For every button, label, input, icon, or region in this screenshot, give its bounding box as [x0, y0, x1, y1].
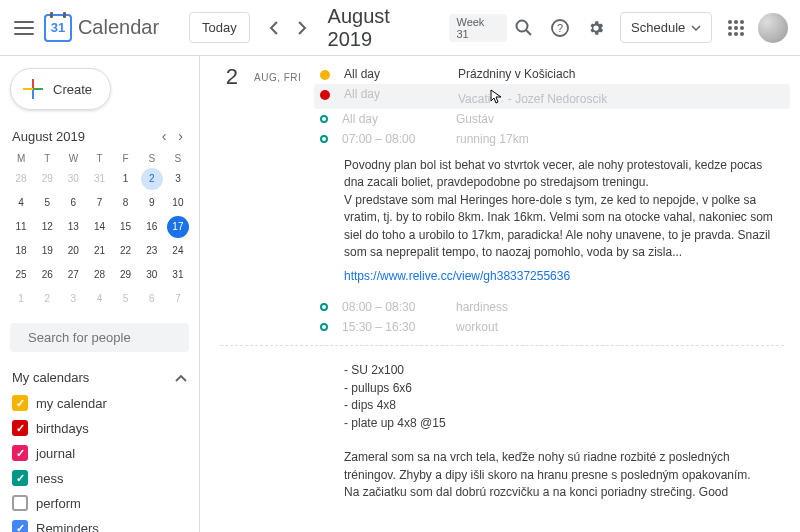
mini-day[interactable]: 15: [115, 216, 137, 238]
event-dot: [320, 323, 328, 331]
today-button[interactable]: Today: [189, 12, 250, 43]
mini-day[interactable]: 7: [167, 288, 189, 310]
mini-day[interactable]: 14: [88, 216, 110, 238]
mini-day[interactable]: 27: [62, 264, 84, 286]
event-link[interactable]: https://www.relive.cc/view/gh38337255636: [344, 269, 784, 283]
mini-day[interactable]: 9: [141, 192, 163, 214]
mini-day[interactable]: 24: [167, 240, 189, 262]
week-badge: Week 31: [449, 14, 506, 42]
mini-day[interactable]: 29: [115, 264, 137, 286]
prev-period-button[interactable]: [260, 14, 288, 42]
search-button[interactable]: [507, 10, 543, 46]
mini-day[interactable]: 28: [10, 168, 32, 190]
calendar-item[interactable]: perform: [8, 491, 191, 515]
day-number[interactable]: 2: [220, 64, 238, 90]
current-period-label: August 2019: [328, 5, 440, 51]
settings-button[interactable]: [578, 10, 614, 46]
event-dot: [320, 303, 328, 311]
event-dot: [320, 115, 328, 123]
event-time: All day: [342, 112, 442, 126]
calendar-item[interactable]: birthdays: [8, 416, 191, 440]
mini-day[interactable]: 8: [115, 192, 137, 214]
create-label: Create: [53, 82, 92, 97]
event-title: Vacati - Jozef Nedoroscik: [458, 87, 607, 106]
event-row[interactable]: 15:30 – 16:30workout: [320, 317, 784, 337]
calendar-checkbox[interactable]: [12, 445, 28, 461]
event-time: All day: [344, 67, 444, 81]
account-avatar[interactable]: [758, 13, 788, 43]
calendar-checkbox[interactable]: [12, 495, 28, 511]
mini-calendar-title: August 2019: [12, 129, 85, 144]
mini-day[interactable]: 2: [36, 288, 58, 310]
mini-day[interactable]: 4: [10, 192, 32, 214]
mini-day[interactable]: 7: [88, 192, 110, 214]
mini-day[interactable]: 1: [115, 168, 137, 190]
event-row[interactable]: 07:00 – 08:00running 17km: [320, 129, 784, 149]
next-period-button[interactable]: [288, 14, 316, 42]
help-button[interactable]: ?: [542, 10, 578, 46]
mini-prev-button[interactable]: ‹: [158, 126, 171, 146]
event-dot: [320, 90, 330, 100]
calendar-item[interactable]: journal: [8, 441, 191, 465]
mini-day[interactable]: 30: [141, 264, 163, 286]
schedule-content[interactable]: 2 AUG, FRI All dayPrázdniny v KošiciachA…: [200, 56, 800, 532]
apps-button[interactable]: [718, 10, 754, 46]
svg-text:?: ?: [557, 22, 563, 34]
mini-day[interactable]: 6: [141, 288, 163, 310]
search-people-input[interactable]: [28, 330, 196, 345]
mini-day[interactable]: 12: [36, 216, 58, 238]
calendar-checkbox[interactable]: [12, 420, 28, 436]
search-people-field[interactable]: [10, 323, 189, 352]
calendar-checkbox[interactable]: [12, 470, 28, 486]
mini-day[interactable]: 31: [88, 168, 110, 190]
calendar-checkbox[interactable]: [12, 520, 28, 532]
mini-day[interactable]: 22: [115, 240, 137, 262]
event-row[interactable]: All dayGustáv: [320, 109, 784, 129]
mini-day[interactable]: 10: [167, 192, 189, 214]
mini-day[interactable]: 31: [167, 264, 189, 286]
mini-day[interactable]: 21: [88, 240, 110, 262]
mini-day[interactable]: 17: [167, 216, 189, 238]
mini-day[interactable]: 1: [10, 288, 32, 310]
calendar-item[interactable]: ness: [8, 466, 191, 490]
event-row[interactable]: 08:00 – 08:30hardiness: [320, 297, 784, 317]
mini-next-button[interactable]: ›: [174, 126, 187, 146]
menu-icon[interactable]: [12, 16, 36, 40]
event-dot: [320, 70, 330, 80]
mini-day[interactable]: 23: [141, 240, 163, 262]
mini-day[interactable]: 13: [62, 216, 84, 238]
mini-day[interactable]: 29: [36, 168, 58, 190]
calendar-label: ness: [36, 471, 63, 486]
mini-day[interactable]: 6: [62, 192, 84, 214]
mini-day[interactable]: 5: [115, 288, 137, 310]
event-row[interactable]: All dayVacati - Jozef Nedoroscik: [314, 84, 790, 109]
mini-day[interactable]: 3: [167, 168, 189, 190]
event-title: Gustáv: [456, 112, 494, 126]
mini-day[interactable]: 5: [36, 192, 58, 214]
mini-day[interactable]: 20: [62, 240, 84, 262]
event-title: Prázdniny v Košiciach: [458, 67, 575, 81]
app-logo[interactable]: 31 Calendar: [44, 14, 159, 42]
calendar-checkbox[interactable]: [12, 395, 28, 411]
mini-day[interactable]: 30: [62, 168, 84, 190]
calendar-item[interactable]: Reminders: [8, 516, 191, 532]
mini-day[interactable]: 2: [141, 168, 163, 190]
create-button[interactable]: Create: [10, 68, 111, 110]
calendar-label: birthdays: [36, 421, 89, 436]
calendar-item[interactable]: my calendar: [8, 391, 191, 415]
mini-day[interactable]: 25: [10, 264, 32, 286]
view-selector[interactable]: Schedule: [620, 12, 712, 43]
event-row[interactable]: All dayPrázdniny v Košiciach: [320, 64, 784, 84]
mini-day[interactable]: 28: [88, 264, 110, 286]
mini-dow: W: [60, 150, 86, 167]
event-time: All day: [344, 87, 444, 101]
mini-day[interactable]: 16: [141, 216, 163, 238]
mini-day[interactable]: 3: [62, 288, 84, 310]
mini-day[interactable]: 4: [88, 288, 110, 310]
mini-day[interactable]: 19: [36, 240, 58, 262]
mini-day[interactable]: 26: [36, 264, 58, 286]
my-calendars-header[interactable]: My calendars: [8, 364, 191, 391]
mini-day[interactable]: 11: [10, 216, 32, 238]
mini-dow: F: [113, 150, 139, 167]
mini-day[interactable]: 18: [10, 240, 32, 262]
